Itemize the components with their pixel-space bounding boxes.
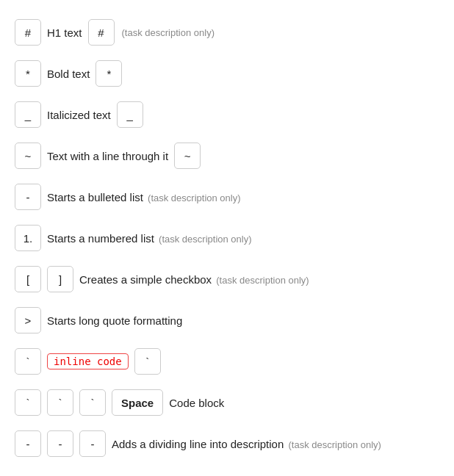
label-code-block: Code block: [169, 397, 224, 409]
key-asterisk-1: *: [15, 60, 41, 87]
key-gt: >: [15, 307, 41, 333]
row-italic: _ Italicized text _: [15, 94, 439, 135]
row-checkbox: [ ] Creates a simple checkbox (task desc…: [15, 259, 439, 300]
label-quote: Starts long quote formatting: [47, 314, 182, 327]
label-numbered: Starts a numbered list (task description…: [47, 232, 252, 245]
label-checkbox: Creates a simple checkbox (task descript…: [79, 273, 309, 286]
key-underscore-1: _: [15, 101, 41, 128]
label-bullet: Starts a bulleted list (task description…: [47, 191, 241, 203]
key-backtick-block-2: `: [47, 389, 73, 416]
key-tilde-2: ~: [174, 143, 201, 169]
label-bold: Bold text: [47, 68, 90, 80]
key-hash-1: #: [15, 19, 41, 46]
row-strikethrough: ~ Text with a line through it ~: [15, 135, 439, 176]
key-tilde-1: ~: [15, 143, 41, 169]
inline-code-badge: inline code: [47, 353, 129, 369]
label-strikethrough: Text with a line through it: [47, 150, 168, 162]
row-inline-code: ` inline code `: [15, 341, 439, 382]
key-backtick-inline-2: `: [134, 348, 161, 375]
note-checkbox: (task description only): [216, 275, 309, 286]
label-h1: H1 text: [47, 26, 82, 39]
label-italic: Italicized text: [47, 109, 111, 121]
row-bullet: - Starts a bulleted list (task descripti…: [15, 176, 439, 217]
key-dash-div-2: -: [47, 430, 73, 457]
key-backtick-inline-1: `: [15, 348, 41, 375]
key-asterisk-2: *: [96, 60, 122, 87]
note-numbered: (task description only): [159, 234, 251, 245]
key-dash-div-3: -: [79, 430, 106, 457]
note-h1: (task description only): [122, 27, 215, 38]
row-divider: - - - Adds a dividing line into descript…: [15, 423, 439, 464]
note-divider: (task description only): [288, 439, 381, 450]
row-code-block: ` ` ` Space Code block: [15, 382, 439, 423]
row-h1: # H1 text # (task description only): [15, 12, 439, 53]
key-bracket-close: ]: [47, 266, 73, 292]
key-underscore-2: _: [117, 101, 143, 128]
key-space: Space: [112, 389, 163, 416]
row-numbered: 1. Starts a numbered list (task descript…: [15, 217, 439, 259]
label-divider: Adds a dividing line into description (t…: [112, 438, 381, 450]
key-dash-bullet: -: [15, 184, 41, 210]
key-bracket-open: [: [15, 266, 41, 292]
key-1dot: 1.: [15, 225, 41, 251]
note-bullet: (task description only): [148, 192, 240, 203]
key-dash-div-1: -: [15, 430, 41, 457]
key-hash-2: #: [88, 19, 115, 46]
row-quote: > Starts long quote formatting: [15, 300, 439, 341]
key-backtick-block-3: `: [79, 389, 106, 416]
row-bold: * Bold text *: [15, 53, 439, 94]
key-backtick-block-1: `: [15, 389, 41, 416]
